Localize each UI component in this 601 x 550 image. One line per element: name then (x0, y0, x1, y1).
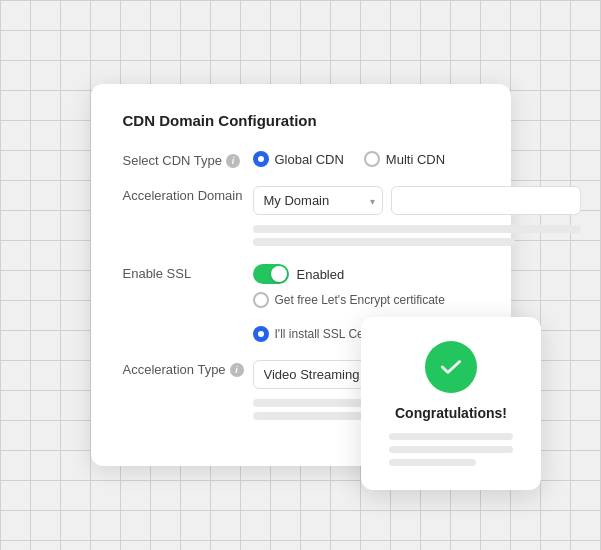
domain-select[interactable]: My Domain Custom Domain (253, 186, 383, 215)
global-cdn-radio-checked (253, 151, 269, 167)
cdn-type-row: Select CDN Type i Global CDN Multi CDN (123, 151, 479, 168)
cdn-type-info-icon[interactable]: i (226, 154, 240, 168)
global-cdn-option[interactable]: Global CDN (253, 151, 344, 167)
ssl-toggle-row: Enabled (253, 264, 479, 284)
global-cdn-label: Global CDN (275, 152, 344, 167)
congrats-skeleton-2 (389, 446, 513, 453)
letsencrypt-option[interactable]: Get free Let's Encrypt certificate (253, 292, 445, 308)
enable-ssl-label: Enable SSL (123, 264, 253, 281)
card-title: CDN Domain Configuration (123, 112, 479, 129)
cdn-type-label: Select CDN Type i (123, 151, 253, 168)
accel-domain-row: Acceleration Domain My Domain Custom Dom… (123, 186, 479, 246)
congrats-icon (425, 341, 477, 393)
multi-cdn-option[interactable]: Multi CDN (364, 151, 445, 167)
domain-select-wrapper: My Domain Custom Domain ▾ (253, 186, 383, 215)
install-ssl-radio-checked (253, 326, 269, 342)
accel-type-info-icon[interactable]: i (230, 363, 244, 377)
congrats-title: Congratulations! (395, 405, 507, 421)
checkmark-icon (438, 354, 464, 380)
congrats-skeleton-3 (389, 459, 476, 466)
multi-cdn-radio-unchecked (364, 151, 380, 167)
skeleton-line-1 (253, 225, 581, 233)
letsencrypt-label: Get free Let's Encrypt certificate (275, 293, 445, 307)
congrats-skeleton-1 (389, 433, 513, 440)
ssl-toggle[interactable] (253, 264, 289, 284)
skeleton-line-2 (253, 238, 515, 246)
congrats-skeleton-lines (389, 433, 513, 466)
cdn-type-options: Global CDN Multi CDN (253, 151, 479, 167)
accel-type-label: Acceleration Type i (123, 360, 253, 377)
multi-cdn-label: Multi CDN (386, 152, 445, 167)
accel-domain-label: Acceleration Domain (123, 186, 253, 203)
domain-text-input[interactable] (391, 186, 581, 215)
toggle-knob (271, 266, 287, 282)
letsencrypt-radio (253, 292, 269, 308)
accel-domain-inputs: My Domain Custom Domain ▾ (253, 186, 581, 246)
ssl-toggle-label: Enabled (297, 267, 345, 282)
congrats-card: Congratulations! (361, 317, 541, 490)
